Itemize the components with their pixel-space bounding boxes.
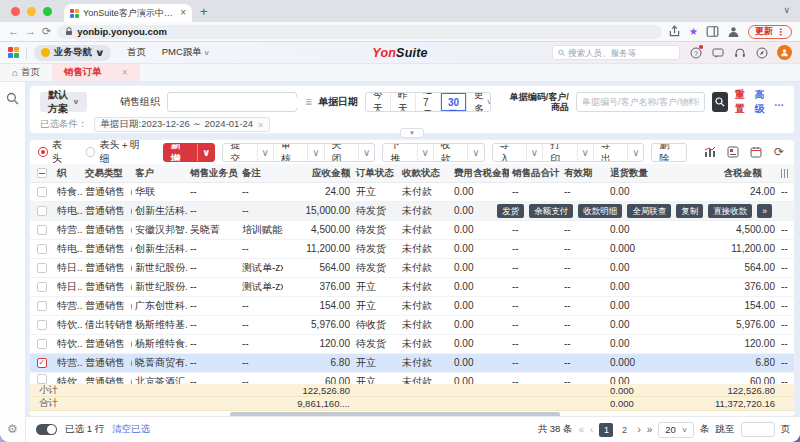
bookmark-star-icon[interactable]: ★ <box>689 26 698 37</box>
date-option-2[interactable]: 昨天 <box>390 93 415 111</box>
last-page-icon[interactable]: » <box>647 424 653 435</box>
打印-button[interactable]: 打印 <box>542 144 576 161</box>
row-checkbox[interactable] <box>37 244 47 254</box>
clear-selection-button[interactable]: 清空已选 <box>112 423 150 436</box>
minimize-window-button[interactable] <box>27 7 36 16</box>
global-search[interactable] <box>552 45 680 60</box>
global-search-input[interactable] <box>568 48 674 58</box>
导出-dropdown-icon[interactable]: ∨ <box>627 144 643 161</box>
关闭-dropdown-icon[interactable]: ∨ <box>358 144 374 161</box>
reset-button[interactable]: 重置 <box>735 88 747 116</box>
page-number-2[interactable]: 2 <box>617 423 631 437</box>
side-panel-icon[interactable] <box>706 25 719 38</box>
keyword-search-input[interactable] <box>576 92 705 112</box>
column-header-0[interactable]: 织 <box>54 167 82 180</box>
column-header-10[interactable]: 有效期 <box>561 167 607 180</box>
page-size-select[interactable]: 20∨ <box>658 422 694 438</box>
filter-scheme-select[interactable]: 默认方案∨ <box>40 92 87 112</box>
column-header-9[interactable]: 销售品合计 <box>509 167 561 180</box>
reload-icon[interactable]: ⟳ <box>42 26 51 37</box>
table-row[interactable]: 特营...普通销售（...晓菁商贸有...----6.80开立未付款0.00--… <box>30 354 794 373</box>
back-icon[interactable]: ← <box>8 26 19 37</box>
forward-icon[interactable]: → <box>25 26 36 37</box>
row-checkbox[interactable] <box>37 206 47 216</box>
tab-search-chevron-icon[interactable]: ∨ <box>783 5 790 15</box>
selection-toggle[interactable] <box>36 424 57 435</box>
tab-close-icon[interactable]: × <box>180 8 186 18</box>
collapse-filter-button[interactable]: ▼ <box>400 128 424 138</box>
全局联查-chip[interactable]: 全局联查 <box>627 204 671 218</box>
remove-filter-icon[interactable]: × <box>258 120 263 130</box>
view-mode-header[interactable]: 表头 <box>38 140 72 166</box>
browser-menu-icon[interactable]: ⋮ <box>776 27 785 37</box>
sales-org-input[interactable]: ≣ <box>167 92 297 112</box>
headset-icon[interactable] <box>733 46 746 59</box>
new-tab-button[interactable]: + <box>200 4 208 19</box>
jump-page-input[interactable] <box>741 422 775 437</box>
date-option-3[interactable]: 近7天 <box>415 93 440 111</box>
下推-button[interactable]: 下推 <box>383 144 416 161</box>
fullscreen-window-button[interactable] <box>43 7 52 16</box>
browser-profile-icon[interactable] <box>727 25 740 38</box>
horizontal-scrollbar[interactable] <box>30 411 794 416</box>
close-window-button[interactable] <box>11 7 20 16</box>
prev-page-icon[interactable]: ‹ <box>590 424 593 435</box>
导出-button[interactable]: 导出 <box>593 144 627 161</box>
打印-dropdown-icon[interactable]: ∨ <box>577 144 593 161</box>
next-page-icon[interactable]: › <box>637 424 640 435</box>
提交-button[interactable]: 提交 <box>223 144 256 161</box>
menu-home[interactable]: 首页 <box>127 46 146 59</box>
sales-org-field[interactable] <box>173 97 305 108</box>
tab-sales-order[interactable]: 销售订单 × <box>52 64 140 81</box>
column-header-4[interactable]: 备注 <box>239 167 283 180</box>
calendar-icon[interactable] <box>749 145 763 159</box>
审核-dropdown-icon[interactable]: ∨ <box>307 144 323 161</box>
date-more-button[interactable]: 更多∨ <box>466 93 491 111</box>
rail-search-icon[interactable] <box>6 92 19 105</box>
address-bar[interactable]: yonbip.yonyou.com <box>57 25 662 39</box>
column-header-11[interactable]: 退货数量 <box>607 167 657 180</box>
radio-icon[interactable] <box>86 147 96 157</box>
rail-settings-gear-icon[interactable]: ⚙ <box>7 422 18 436</box>
column-header-2[interactable]: 客户 <box>132 167 187 180</box>
view-mode-header-detail[interactable]: 表头＋明细 <box>86 140 149 166</box>
row-checkbox[interactable] <box>37 339 47 349</box>
column-header-12[interactable]: 含税金额 <box>657 167 765 180</box>
column-settings-icon[interactable] <box>781 169 795 178</box>
审核-button[interactable]: 审核 <box>273 144 307 161</box>
提交-dropdown-icon[interactable]: ∨ <box>257 144 273 161</box>
report-icon[interactable] <box>726 145 740 159</box>
select-all-checkbox[interactable] <box>37 168 47 178</box>
list-picker-icon[interactable]: ≣ <box>305 97 312 107</box>
新增-dropdown-icon[interactable]: ∨ <box>197 144 214 161</box>
column-header-8[interactable]: 费用含税金额 <box>451 167 509 180</box>
menu-pmc[interactable]: PMC跟单∨ <box>162 46 209 59</box>
column-header-1[interactable]: 交易类型 <box>82 167 132 180</box>
row-checkbox[interactable] <box>37 320 47 330</box>
more-actions-chip[interactable]: » <box>757 204 772 218</box>
user-avatar[interactable] <box>777 45 792 60</box>
导入-button[interactable]: 导入 <box>493 144 526 161</box>
date-option-4[interactable]: 近30天 <box>440 93 466 111</box>
row-checkbox[interactable] <box>37 374 47 384</box>
发货-chip[interactable]: 发货 <box>497 204 524 218</box>
chrome-update-button[interactable]: 更新 ⋮ <box>748 25 792 39</box>
table-row[interactable]: 特饮...借出转销售杨斯维特基...----5,976.00待收货未付款0.00… <box>30 316 794 335</box>
row-checkbox[interactable] <box>37 225 47 235</box>
breadcrumb-home[interactable]: ⌂ 首页 <box>0 64 52 81</box>
yonyou-logo[interactable] <box>8 47 19 58</box>
导入-dropdown-icon[interactable]: ∨ <box>526 144 542 161</box>
scrollbar-thumb[interactable] <box>230 412 560 416</box>
column-header-5[interactable]: 应收金额 <box>283 167 353 180</box>
column-header-7[interactable]: 收款状态 <box>399 167 451 180</box>
message-icon[interactable] <box>711 46 724 59</box>
business-nav-button[interactable]: 业务导航 ∨ <box>34 45 111 61</box>
advanced-button[interactable]: 高级 <box>755 88 767 116</box>
复制-chip[interactable]: 复制 <box>676 204 703 218</box>
row-checkbox[interactable] <box>37 358 47 368</box>
table-row[interactable]: 特日...普通销售（...新世纪股份...--测试单-zxt...564.00待… <box>30 259 794 278</box>
date-option-1[interactable]: 今天 <box>366 93 390 111</box>
余额支付-chip[interactable]: 余额支付 <box>529 204 573 218</box>
table-row[interactable]: 特食...普通销售（...华联----24.00开立未付款0.00----0.0… <box>30 183 794 202</box>
browser-tab[interactable]: YonSuite客户演示中心（新架构 × <box>64 4 192 22</box>
